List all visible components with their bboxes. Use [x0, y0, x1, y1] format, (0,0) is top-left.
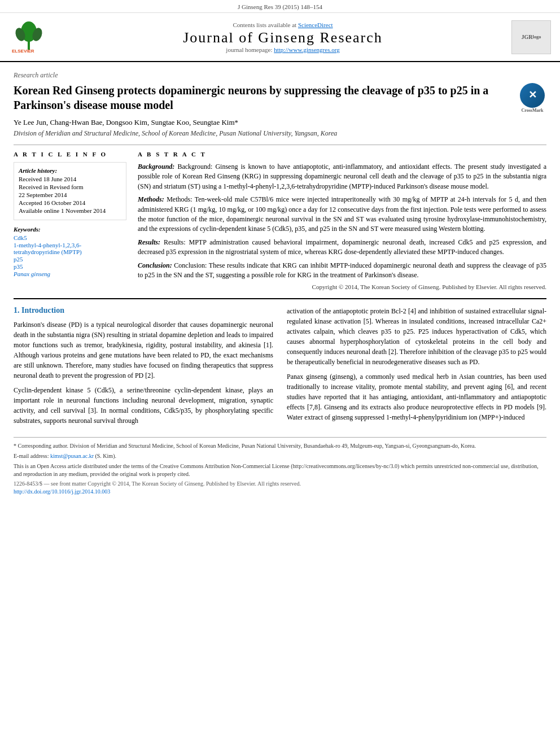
crossmark-badge: ✕ CrossMark: [518, 83, 546, 113]
intro-para-4: Panax ginseng (ginseng), a commonly used…: [287, 372, 546, 422]
crossmark-label: CrossMark: [518, 108, 546, 113]
body-col-right: activation of the antiapoptotic protein …: [287, 306, 546, 430]
doi-note: http://dx.doi.org/10.1016/j.jgr.2014.10.…: [14, 488, 546, 495]
article-divider: [14, 145, 546, 145]
keyword-5[interactable]: Panax ginseng: [14, 270, 126, 277]
email-label: E-mail address:: [14, 453, 49, 459]
intro-para-3: activation of the antiapoptotic protein …: [287, 306, 546, 367]
page: J Ginseng Res 39 (2015) 148–154 ELSEVIER…: [0, 0, 560, 747]
issn-note: 1226-8453/$ — see front matter Copyright…: [14, 480, 546, 487]
keywords-section: Keywords: Cdk5 1-methyl-4-phenyl-1,2,3,6…: [14, 226, 126, 277]
email-name: (S. Kim).: [95, 453, 116, 459]
article-info-heading: A R T I C L E I N F O: [14, 151, 126, 158]
keyword-4[interactable]: p35: [14, 263, 126, 270]
elsevier-logo: ELSEVIER: [9, 18, 54, 56]
citation-text: J Ginseng Res 39 (2015) 148–154: [238, 3, 322, 10]
abstract-methods: Methods: Methods: Ten-week-old male C57B…: [138, 195, 546, 234]
history-label: Article history:: [19, 167, 121, 174]
open-access-note: This is an Open Access article distribut…: [14, 462, 546, 478]
article-info-col: A R T I C L E I N F O Article history: R…: [14, 151, 126, 290]
received-date: Received 18 June 2014: [19, 176, 121, 182]
keywords-label: Keywords:: [14, 226, 126, 233]
article-history-box: Article history: Received 18 June 2014 R…: [14, 162, 126, 220]
body-col-left: 1. Introduction Parkinson's disease (PD)…: [14, 306, 273, 430]
open-access-text: This is an Open Access article distribut…: [14, 463, 539, 477]
email-link[interactable]: kimst@pusan.ac.kr: [50, 453, 94, 459]
keyword-1[interactable]: Cdk5: [14, 234, 126, 241]
homepage-label: journal homepage:: [226, 46, 272, 53]
body-divider: [14, 298, 546, 299]
email-note: E-mail address: kimst@pusan.ac.kr (S. Ki…: [14, 452, 546, 460]
abstract-results: Results: Results: MPTP administration ca…: [138, 238, 546, 257]
affiliation: Division of Meridian and Structural Medi…: [14, 129, 546, 138]
intro-para-2: Cyclin-dependent kinase 5 (Cdk5), a seri…: [14, 385, 273, 426]
intro-para-1: Parkinson's disease (PD) is a typical ne…: [14, 320, 273, 381]
article-info-abstract: A R T I C L E I N F O Article history: R…: [14, 151, 546, 290]
main-content: Research article Korean Red Ginseng prot…: [0, 62, 560, 505]
title-text: Korean Red Ginseng protects dopaminergic…: [14, 84, 488, 111]
authors-text: Ye Lee Jun, Chang-Hwan Bae, Dongsoo Kim,…: [14, 118, 238, 126]
keyword-3[interactable]: p25: [14, 256, 126, 263]
authors: Ye Lee Jun, Chang-Hwan Bae, Dongsoo Kim,…: [14, 118, 546, 127]
abstract-conclusion: Conclusion: Conclusion: These results in…: [138, 261, 546, 281]
sciencedirect-label: Contents lists available at: [233, 21, 296, 28]
corresponding-note: * Corresponding author. Division of Meri…: [14, 442, 546, 450]
abstract-heading: A B S T R A C T: [138, 151, 546, 158]
accepted-date: Accepted 16 October 2014: [19, 199, 121, 206]
journal-homepage: journal homepage: http://www.ginsengres.…: [54, 46, 511, 53]
jgr-logo: JGRlogo: [511, 20, 551, 54]
body-content: 1. Introduction Parkinson's disease (PD)…: [14, 306, 546, 430]
svg-text:ELSEVIER: ELSEVIER: [12, 49, 34, 54]
journal-header: ELSEVIER Contents lists available at Sci…: [0, 13, 560, 62]
sciencedirect-link[interactable]: ScienceDirect: [298, 21, 333, 28]
article-title: Korean Red Ginseng protects dopaminergic…: [14, 83, 546, 112]
corresponding-text: * Corresponding author. Division of Meri…: [14, 443, 476, 449]
homepage-url[interactable]: http://www.ginsengres.org: [274, 46, 339, 53]
revised-date: 22 September 2014: [19, 191, 121, 198]
footer-divider: [14, 437, 546, 438]
intro-heading: 1. Introduction: [14, 306, 273, 315]
citation-bar: J Ginseng Res 39 (2015) 148–154: [0, 0, 560, 13]
available-date: Available online 1 November 2014: [19, 207, 121, 214]
crossmark-icon: ✕: [520, 83, 545, 108]
abstract-background: Background: Background: Ginseng is known…: [138, 162, 546, 191]
doi-link[interactable]: http://dx.doi.org/10.1016/j.jgr.2014.10.…: [14, 488, 110, 495]
keyword-2[interactable]: 1-methyl-4-phenyl-1,2,3,6-tetrahydropyri…: [14, 242, 126, 255]
abstract-copyright: Copyright © 2014, The Korean Society of …: [138, 283, 546, 290]
revised-label: Received in Revised form: [19, 184, 121, 190]
issn-text: 1226-8453/$ — see front matter Copyright…: [14, 480, 301, 487]
abstract-col: A B S T R A C T Background: Background: …: [138, 151, 546, 290]
journal-name: Journal of Ginseng Research: [54, 29, 511, 46]
journal-title-area: Contents lists available at ScienceDirec…: [54, 21, 511, 53]
article-type: Research article: [14, 71, 546, 80]
